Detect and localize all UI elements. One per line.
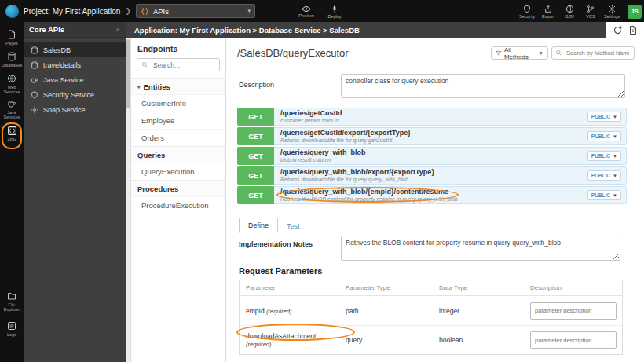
operation-summary: Retrives the BLOB content for property r… [280,196,581,203]
globe-icon [565,5,574,13]
collapse-panel-icon[interactable]: « [116,26,120,34]
operation-summary: Returns downloadable file for query getC… [280,137,581,144]
sidebar-item-apis[interactable]: APIs [0,126,24,142]
method-search[interactable] [551,46,635,60]
implementation-notes-textarea[interactable]: Retrives the BLOB content for property r… [341,236,620,261]
endpoints-search-input[interactable] [152,60,215,70]
tab-define[interactable]: Define [239,218,278,233]
column-header: Parameter [240,280,339,295]
app-logo[interactable] [5,5,19,18]
operations-list: GET /queries/getCustIdcustomer details f… [237,108,627,206]
logs-label: Logs [7,332,16,337]
section-procedures[interactable]: Procedures [131,180,225,196]
database-icon [7,52,16,61]
chevron-down-icon: ▼ [539,50,543,56]
sidebar-item-pages[interactable]: Pages [0,30,24,46]
operation-row-selected[interactable]: GET /queries/query_with_blob/{empId}/con… [237,186,627,204]
sidebar-item-java-services[interactable]: Java Services [0,99,24,120]
user-avatar[interactable]: JS [628,5,642,19]
api-service-java-service[interactable]: Java Service [24,72,126,87]
request-parameters-heading: Request Parameters [239,266,322,276]
endpoint-item-procedureexecution[interactable]: ProcedureExecution [131,196,225,214]
i18n-button[interactable]: I18N [560,5,579,19]
web-services-icon [7,74,16,83]
methods-filter-dropdown[interactable]: All Methods ▼ [491,46,548,60]
chevron-down-icon: ▼ [613,134,617,139]
access-label: PUBLIC [591,173,610,178]
workspace-selector[interactable]: APIs ▾ [136,4,255,18]
access-label: PUBLIC [591,133,610,139]
api-service-soap-service[interactable]: Soap Service [24,102,126,117]
sidebar-item-logs[interactable]: Logs [0,321,24,337]
parameter-type: path [339,307,433,315]
parameter-description-input[interactable] [530,302,617,320]
api-service-traveldetails[interactable]: traveldetails [24,57,126,72]
apis-selector-icon [141,7,149,16]
method-badge: GET [237,186,274,204]
operation-row[interactable]: GET /queries/query_with_blob/export/{exp… [237,166,627,185]
endpoint-item-customerinfo[interactable]: CustomerInfo [131,94,225,112]
operation-url: /queries/getCustId [280,109,581,118]
settings-label: Settings [604,14,620,19]
refresh-button[interactable] [613,25,623,35]
export-button[interactable]: Export [539,5,558,19]
breadcrumb: Application: My First Application > Data… [126,26,360,35]
required-flag: (required) [246,341,272,348]
sidebar-item-web-services[interactable]: Web Services [0,74,24,95]
app-window: Project: My First Application ❯ APIs ▾ P… [0,0,644,362]
settings-button[interactable]: Settings [602,5,621,19]
preview-label: Preview [298,13,314,18]
endpoint-item-orders[interactable]: Orders [131,129,225,146]
vcs-button[interactable]: VCS [581,5,600,19]
method-badge: GET [237,108,274,126]
request-parameters-table: Parameter Parameter Type Data Type Descr… [239,280,623,355]
tab-test[interactable]: Test [278,219,309,233]
sidebar-item-file-explorer[interactable]: File Explorer [0,291,24,313]
access-dropdown[interactable]: PUBLIC▼ [587,112,621,122]
method-badge: GET [237,166,274,185]
access-dropdown[interactable]: PUBLIC▼ [587,170,621,181]
breadcrumb-bar: Application: My First Application > Data… [126,22,644,38]
parameter-name-text: empId [246,307,265,315]
access-dropdown[interactable]: PUBLIC▼ [587,131,621,141]
operation-url: /queries/getCustId/export/{exportType} [280,129,581,137]
table-row: downloadAsAttachment (required) query bo… [240,325,622,354]
parameter-description-input[interactable] [530,331,617,349]
api-service-salesdb[interactable]: SalesDB [24,42,126,57]
coffee-cup-icon [31,76,38,84]
panel-scrollbar [126,38,131,362]
queries-header: Queries [137,151,165,159]
access-dropdown[interactable]: PUBLIC▼ [587,190,621,200]
export-swagger-button[interactable] [628,25,638,35]
api-service-label: Soap Service [43,106,86,114]
column-header: Description [524,280,622,295]
page-title: /SalesDB/queryExecutor [237,47,349,59]
pages-icon [7,30,16,39]
deploy-button[interactable]: Deploy [325,1,344,22]
endpoint-item-queryexecution[interactable]: QueryExecution [131,163,225,180]
preview-button[interactable]: Preview [297,1,316,22]
method-search-input[interactable] [565,49,631,57]
endpoint-item-employee[interactable]: Employee [131,112,225,129]
api-service-security-service[interactable]: Security Service [24,87,126,102]
security-button[interactable]: Security [518,5,536,19]
operation-row[interactable]: GET /queries/getCustId/export/{exportTyp… [237,127,627,145]
column-header: Data Type [433,280,524,295]
sidebar-item-databases[interactable]: Databases [0,52,24,68]
scrollbar-thumb[interactable] [126,39,130,108]
operation-row[interactable]: GET /queries/getCustIdcustomer details f… [237,108,627,126]
chevron-right-icon: ❯ [125,7,131,15]
description-textarea[interactable]: controller class for query execution [341,74,625,98]
chevron-down-icon: ▼ [613,193,617,198]
core-apis-title: Core APIs [29,25,64,34]
description-label: Description [239,81,274,89]
endpoints-search[interactable] [137,58,220,71]
shield-icon [31,91,38,99]
data-type: integer [433,307,524,315]
operation-row[interactable]: GET /queries/query_with_blobblob in resu… [237,147,627,165]
export-icon [544,5,552,13]
parameter-name: downloadAsAttachment (required) [240,332,339,348]
section-queries[interactable]: Queries [131,146,225,163]
section-entities[interactable]: ▾ Entities [131,78,225,94]
access-dropdown[interactable]: PUBLIC▼ [587,151,621,161]
